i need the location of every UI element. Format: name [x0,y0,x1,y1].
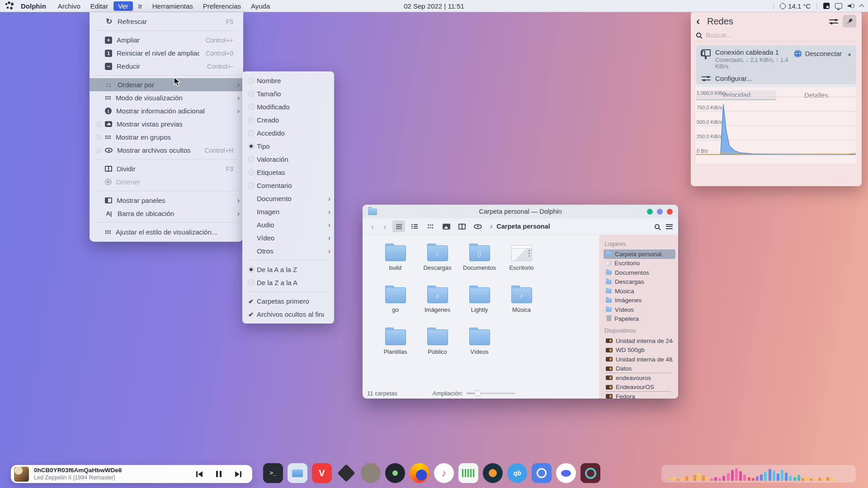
folder-item[interactable]: go [374,284,416,320]
distro-logo-icon[interactable] [5,1,15,10]
menu-item[interactable]: Mostrar archivos ocultos Control+H [90,144,243,157]
menu-item[interactable]: Detener [90,175,243,188]
menubar-item[interactable]: Ayuda [246,1,274,11]
menu-item[interactable]: Barra de ubicación › [90,207,243,220]
close-button[interactable] [667,209,673,215]
folder-item[interactable]: Público [416,326,458,362]
volume-icon[interactable] [848,4,854,8]
device-item[interactable]: Fedora [604,392,675,399]
media-player-widget[interactable]: 0hCB0YR03f6AmQaHbwWDe8 Led Zeppelin II (… [11,465,252,483]
folder-item[interactable]: ▯ Documentos [458,242,500,278]
terminal-icon[interactable]: >_ [263,463,283,483]
maximize-button[interactable] [657,209,663,215]
menu-item[interactable]: Ajustar el estilo de visualización... [90,225,243,239]
show-hidden-button[interactable] [472,221,484,232]
next-button[interactable] [235,471,241,477]
display-icon[interactable] [835,3,842,9]
submenu-item[interactable]: Valoración [242,153,334,166]
device-item[interactable]: Datos [604,364,675,374]
back-button[interactable]: ‹ [368,222,377,231]
folder-item[interactable]: Escritorio [500,242,542,278]
submenu-item[interactable]: Modificado [242,100,334,113]
submenu-item[interactable]: De la A a la Z [242,263,334,276]
menu-item[interactable]: Mostrar paneles › [90,194,243,207]
submenu-item[interactable]: Audio › [242,218,334,231]
submenu-item[interactable]: Comentario [242,179,334,192]
submenu-item[interactable]: Archivos ocultos al final [242,308,334,321]
place-item[interactable]: Descargas [604,277,675,287]
zoom-slider-knob[interactable] [474,390,481,397]
icons-view-button[interactable] [392,221,405,232]
menu-item[interactable]: Mostrar en grupos [90,131,243,144]
submenu-item[interactable]: Tamaño [242,87,334,100]
forward-button[interactable]: › [380,222,389,231]
pause-button[interactable] [216,471,222,477]
menu-item[interactable]: Reducir Control+- [90,60,243,73]
inkscape-icon[interactable] [336,463,356,483]
menubar-item[interactable]: Archivo [53,1,85,11]
tray-app-icon[interactable] [823,3,830,9]
screen-recorder-icon[interactable] [580,463,600,483]
menu-item[interactable]: Dividir F3 [90,162,243,175]
folder-item[interactable]: ♪ Música [500,284,542,320]
menu-item[interactable]: Ordenar por › [90,78,243,91]
tray-expand-icon[interactable] [859,4,864,9]
submenu-item[interactable]: Documento › [242,192,334,205]
place-item[interactable]: Papelera [604,314,675,324]
device-item[interactable]: Unidad interna de 244,... [604,336,675,346]
kitty-icon[interactable] [361,463,381,483]
breadcrumb[interactable]: Carpeta personal [496,223,550,230]
previous-button[interactable] [196,471,203,477]
folder-item[interactable]: Vídeos [458,326,500,362]
compact-view-button[interactable] [424,221,437,232]
folder-item[interactable]: Lightly [458,284,500,320]
place-item[interactable]: Documentos [604,268,675,277]
minimize-button[interactable] [647,209,653,215]
submenu-item[interactable]: De la Z a la A [242,276,334,289]
device-item[interactable]: EndeavourOS [604,383,675,392]
menubar-item[interactable]: Ver [113,1,133,11]
submenu-item[interactable]: Tipo [242,140,334,153]
place-item[interactable]: Música [604,286,675,296]
menu-icon[interactable] [666,224,673,229]
blue-app-icon[interactable] [532,463,552,483]
collapse-icon[interactable]: ▲ [847,52,852,56]
submenu-item[interactable]: Accedido [242,127,334,140]
menu-item[interactable]: Mostrar vistas previas [90,117,243,131]
active-app-name[interactable]: Dolphin [21,2,46,10]
submenu-item[interactable]: Nombre [242,74,334,87]
menu-item[interactable] [95,159,238,160]
submenu-item[interactable]: Etiquetas [242,166,334,179]
menu-item[interactable] [95,222,238,223]
menu-item[interactable] [95,191,238,191]
place-item[interactable]: Carpeta personal [604,249,675,259]
place-item[interactable]: Imágenes [604,296,675,305]
folder-item[interactable]: build [374,242,416,278]
folder-item[interactable]: Plantillas [374,326,416,362]
device-item[interactable]: endeavouros [604,373,675,383]
folder-item[interactable]: ▵ Imágenes [416,284,458,320]
dolphin-icon[interactable] [288,463,307,483]
search-icon[interactable] [655,224,660,229]
device-item[interactable]: Unidad interna de 48,8 ... [604,355,675,364]
back-icon[interactable]: ‹ [696,16,700,27]
menu-item[interactable]: Ampliar Control++ [90,33,243,47]
submenu-item[interactable]: Creado [242,113,334,127]
submenu-item[interactable]: Imagen › [242,205,334,218]
menubar-item[interactable]: Editar [86,1,113,11]
submenu-item[interactable]: Otros › [242,244,334,258]
configure-icon[interactable] [829,18,838,24]
vivaldi-icon[interactable]: V [312,463,332,483]
zoom-slider[interactable] [467,393,515,394]
qbittorrent-icon[interactable]: qb [507,463,527,483]
titlebar[interactable]: Carpeta personal — Dolphin [363,205,678,218]
dark-app-icon[interactable] [385,463,405,483]
disconnect-button[interactable]: Desconectar [805,50,842,57]
menu-item[interactable] [95,75,238,75]
details-view-button[interactable] [408,221,421,232]
split-button[interactable] [456,221,468,232]
device-item[interactable]: WD 500gb [604,346,675,355]
menubar-item[interactable]: Ir [134,1,147,11]
submenu-item[interactable] [248,260,329,260]
place-item[interactable]: Vídeos [604,305,675,314]
